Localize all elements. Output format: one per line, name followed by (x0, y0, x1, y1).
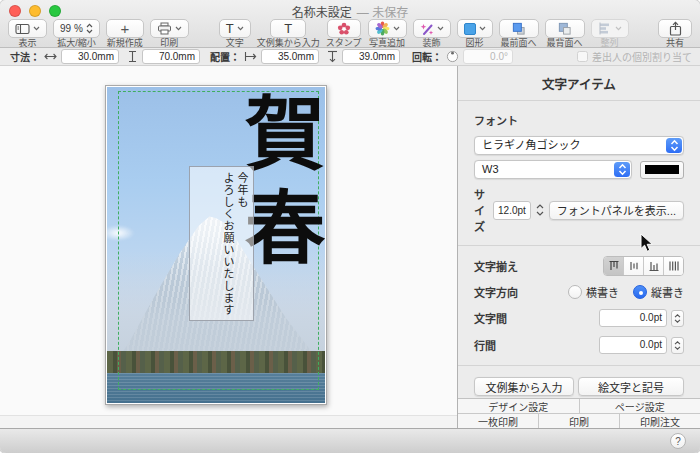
width-icon (44, 51, 57, 62)
cloud (107, 225, 135, 241)
chevron-down-icon (33, 26, 40, 31)
toolbar-phrases-button[interactable]: T 文例集から入力 (257, 19, 320, 48)
char-spacing-stepper[interactable] (671, 310, 684, 327)
bring-to-front-icon (511, 21, 526, 36)
toolbar-align-button: 整列 (591, 19, 629, 48)
popup-stepper-icon (614, 162, 630, 177)
toolbar-zoom-stepper[interactable]: 99 % 拡大/縮小 (53, 19, 100, 48)
toolbar-stamp-button[interactable]: スタンプ (326, 19, 362, 48)
size-label: サイズ (474, 186, 488, 234)
align-justify-icon (668, 260, 680, 272)
format-bar: 寸法： 30.0mm 70.0mm 配置： 35.0mm 39.0mm 回転： … (0, 48, 700, 66)
greeting-text-item[interactable]: 今年も よろしくお願いいたします (189, 166, 254, 321)
char-spacing-field[interactable]: 0.0pt (599, 309, 667, 327)
toolbar-send-back-button[interactable]: 最背面へ (545, 19, 585, 48)
align-center-icon (628, 260, 640, 272)
page-settings-button[interactable]: ページ設定 (579, 399, 700, 413)
app-window: 名称未設定— 未保存 表示 99 % 拡大/縮小 (0, 0, 700, 453)
chevron-down-icon (175, 26, 182, 31)
toolbar-bring-front-button[interactable]: 最前面へ (499, 19, 539, 48)
text-phrases-icon: T (284, 22, 292, 35)
checkbox-icon (577, 51, 588, 62)
zoom-value: 99 % (60, 23, 83, 34)
direction-vertical-option[interactable]: 縦書き (633, 284, 684, 300)
align-top-segment[interactable] (604, 257, 623, 275)
toolbar-view-button[interactable]: 表示 (8, 19, 47, 48)
text-color-well[interactable] (640, 161, 684, 179)
font-size-stepper[interactable] (536, 202, 544, 219)
toolbar: 表示 99 % 拡大/縮小 + 新規作成 (0, 19, 700, 48)
font-section-label: フォント (474, 112, 684, 128)
print-order-button[interactable]: 印刷注文 (619, 414, 700, 428)
stamp-flower-icon (337, 22, 351, 36)
align-icon (598, 22, 612, 35)
font-weight-select[interactable]: W3 (474, 160, 632, 179)
toolbar-new-button[interactable]: + 新規作成 (106, 19, 144, 48)
font-panel-button[interactable]: フォントパネルを表示... (549, 201, 684, 220)
line-spacing-stepper[interactable] (671, 337, 684, 354)
size-label: 寸法： (10, 49, 40, 64)
align-justify-segment[interactable] (663, 257, 683, 275)
help-button[interactable]: ? (670, 433, 686, 449)
popup-stepper-icon (666, 138, 682, 153)
shape-square-icon (464, 23, 476, 35)
line-spacing-field[interactable]: 0.0pt (599, 336, 667, 354)
canvas-area[interactable]: 賀春 今年も よろしくお願いいたします (0, 66, 457, 428)
share-icon (669, 21, 682, 36)
toolbar-share-button[interactable]: 共有 (658, 19, 692, 48)
position-label: 配置： (210, 49, 240, 64)
toolbar-shapes-button[interactable]: 図形 (457, 19, 493, 48)
text-item-inspector: 文字アイテム フォント ヒラギノ角ゴシック W3 (457, 66, 700, 428)
rotation-label: 回転： (412, 49, 442, 64)
bottom-action-grid: デザイン設定 ページ設定 一枚印刷 印刷 印刷注文 (458, 398, 700, 428)
height-icon (127, 50, 138, 63)
sender-assign-checkbox: 差出人の個別割り当て (577, 49, 692, 64)
position-y-field[interactable]: 39.0mm (342, 49, 400, 64)
status-bar: ? (0, 428, 700, 453)
align-center-segment[interactable] (623, 257, 643, 275)
direction-horizontal-option[interactable]: 横書き (568, 284, 619, 300)
divider (458, 100, 700, 101)
plus-icon: + (120, 21, 129, 36)
color-swatch (645, 165, 679, 174)
toolbar-text-button[interactable]: T 文字 (219, 19, 251, 48)
print-one-button[interactable]: 一枚印刷 (458, 414, 538, 428)
stepper-icon (86, 23, 93, 34)
char-spacing-label: 文字間 (474, 310, 507, 326)
window-title: 名称未設定— 未保存 (0, 3, 700, 20)
divider (458, 245, 700, 246)
design-settings-button[interactable]: デザイン設定 (458, 399, 579, 413)
inspector-title: 文字アイテム (474, 74, 684, 93)
text-icon: T (226, 22, 234, 35)
greeting-line-2: よろしくお願いいたします (221, 172, 235, 320)
divider (458, 365, 700, 366)
align-bottom-segment[interactable] (643, 257, 663, 275)
toolbar-decorate-button[interactable]: 装飾 (413, 19, 451, 48)
chevron-down-icon (615, 26, 622, 31)
decorate-sparkle-icon (420, 22, 434, 36)
position-x-field[interactable]: 35.0mm (261, 49, 319, 64)
titlebar: 名称未設定— 未保存 表示 99 % 拡大/縮小 (0, 0, 700, 48)
postcard-canvas[interactable]: 賀春 今年も よろしくお願いいたします (105, 85, 327, 405)
align-label: 文字揃え (474, 258, 518, 274)
direction-label: 文字方向 (474, 284, 518, 300)
phrase-collection-button[interactable]: 文例集から入力 (474, 377, 574, 396)
send-to-back-icon (557, 21, 572, 36)
height-field[interactable]: 70.0mm (142, 49, 200, 64)
toolbar-photos-button[interactable]: 写真追加 (368, 19, 407, 48)
chevron-down-icon (393, 26, 400, 31)
print-button[interactable]: 印刷 (538, 414, 619, 428)
align-top-icon (608, 260, 620, 272)
font-size-field[interactable]: 12.0pt (493, 201, 531, 220)
font-family-select[interactable]: ヒラギノ角ゴシック (474, 136, 684, 155)
width-field[interactable]: 30.0mm (61, 49, 119, 64)
emoji-symbols-button[interactable]: 絵文字と記号 (578, 377, 684, 396)
rotation-dial-icon[interactable] (446, 50, 459, 63)
toolbar-print-button[interactable]: 印刷 (150, 19, 189, 48)
position-y-icon (327, 50, 338, 63)
chevron-down-icon (237, 26, 244, 31)
greeting-line-1: 今年も (235, 172, 249, 320)
line-spacing-label: 行間 (474, 337, 496, 353)
radio-off-icon (568, 285, 582, 299)
chevron-down-icon (479, 26, 486, 31)
